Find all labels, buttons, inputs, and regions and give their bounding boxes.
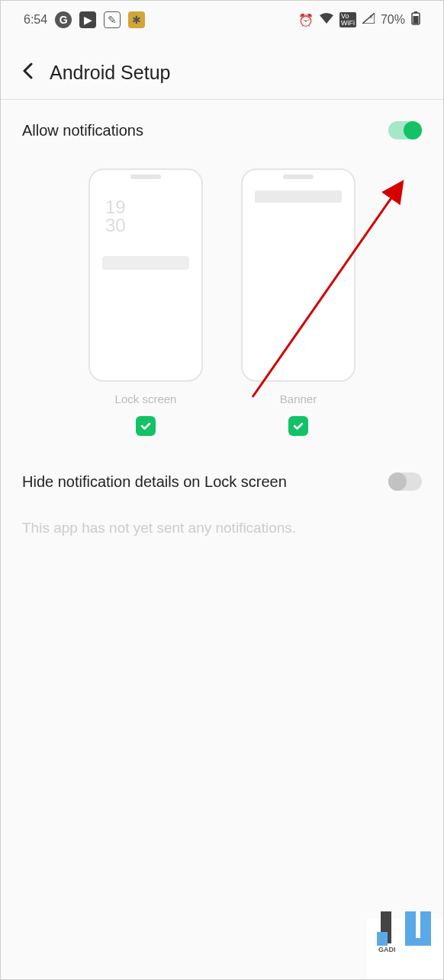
- banner-label: Banner: [280, 392, 317, 405]
- info-message: This app has not yet sent any notificati…: [1, 512, 443, 544]
- svg-rect-3: [413, 16, 419, 24]
- allow-notifications-row: Allow notifications: [1, 100, 443, 161]
- lock-screen-label: Lock screen: [115, 392, 177, 405]
- lock-screen-phone-mock: 19 30: [88, 168, 203, 382]
- battery-percent: 70%: [381, 13, 405, 27]
- app-icon-generic: ✱: [128, 11, 145, 28]
- allow-notifications-toggle[interactable]: [388, 121, 422, 139]
- app-icon-google: G: [55, 11, 72, 28]
- hide-details-toggle[interactable]: [388, 472, 422, 491]
- header: Android Setup: [1, 39, 443, 99]
- lock-screen-checkbox[interactable]: [136, 416, 156, 436]
- page-title: Android Setup: [50, 62, 170, 84]
- svg-rect-9: [405, 938, 431, 946]
- app-icon-generic: ✎: [104, 11, 121, 28]
- lock-time-hours: 19: [105, 198, 186, 216]
- signal-icon: x: [362, 13, 375, 27]
- lock-screen-preview: 19 30 Lock screen: [88, 168, 203, 436]
- battery-icon: [411, 11, 420, 28]
- notification-previews: 19 30 Lock screen Banner: [1, 161, 443, 451]
- svg-text:x: x: [370, 14, 373, 19]
- back-button[interactable]: [22, 62, 33, 84]
- hide-details-label: Hide notification details on Lock screen: [22, 473, 287, 491]
- status-time: 6:54: [24, 13, 47, 27]
- watermark-logo: GADI: [375, 908, 436, 956]
- wifi-icon: [320, 13, 333, 27]
- lock-time-minutes: 30: [105, 216, 186, 235]
- status-bar: 6:54 G ▶ ✎ ✱ ⏰ VoWiFi x 70%: [1, 1, 443, 39]
- banner-phone-mock: [241, 168, 356, 382]
- banner-preview: Banner: [241, 168, 356, 436]
- svg-rect-6: [377, 932, 388, 946]
- vowifi-icon: VoWiFi: [339, 12, 356, 27]
- banner-checkbox[interactable]: [288, 416, 308, 436]
- allow-notifications-label: Allow notifications: [22, 122, 143, 139]
- svg-text:GADI: GADI: [378, 946, 396, 953]
- app-icon-youtube: ▶: [79, 11, 96, 28]
- hide-details-row: Hide notification details on Lock screen: [1, 451, 443, 512]
- alarm-icon: ⏰: [298, 13, 314, 27]
